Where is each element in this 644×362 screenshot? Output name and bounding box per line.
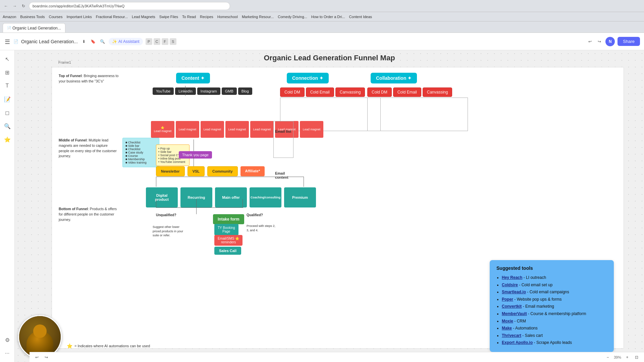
sales-call-box: Sales Call [214, 247, 241, 255]
conn-cold-email: Cold Email [306, 87, 334, 97]
active-tab[interactable]: 📄 Organic Lead Generation... [3, 23, 65, 33]
tool-link[interactable]: Moxie [502, 319, 513, 323]
platform-gmb: GMB [222, 87, 237, 95]
bookmark-lead-magnets[interactable]: Lead Magnets [132, 15, 155, 19]
bookmark-to-read[interactable]: To Read [182, 15, 196, 19]
email-content-row: Newsletter VSL Community Affiliate* [156, 166, 265, 176]
tool-link[interactable]: Smartlead.io [502, 290, 526, 294]
refresh-button[interactable]: ↻ [20, 3, 27, 9]
content-node: Content ✦ [176, 73, 210, 83]
back-button[interactable]: ← [3, 3, 9, 9]
plugin-tool[interactable]: ⚙ [1, 334, 13, 346]
tool-link[interactable]: Make [502, 326, 512, 330]
user-avatar[interactable]: N [605, 37, 615, 46]
page-title: Organic Lead Generation Funnel Map [264, 54, 395, 62]
tool-f[interactable]: F [162, 38, 168, 45]
cursor-tool[interactable]: ↖ [1, 53, 13, 65]
tool-link[interactable]: Poper [502, 297, 513, 302]
bookmark-business-tools[interactable]: Business Tools [20, 15, 45, 19]
tool-link[interactable]: Export Apollo.io [502, 340, 533, 345]
tool-membervault: MemberVault - Course & membership platfo… [502, 310, 607, 318]
collab-canvassing: Canvassing [423, 87, 452, 97]
zoom-out-btn[interactable]: − [604, 354, 611, 361]
zoom-in-btn[interactable]: + [624, 354, 631, 361]
bottom-bar: ↩ ↪ − 39% + ⊡ [30, 352, 644, 362]
qual-connector [156, 207, 243, 208]
collab-cold-email: Cold Email [393, 87, 421, 97]
bottom-of-funnel-label: Bottom of Funnel: Products & offers for … [59, 206, 119, 222]
bookmark-marketing[interactable]: Marketing Resour... [242, 15, 274, 19]
download-btn[interactable]: ⬇ [80, 38, 87, 45]
email-sms-box: Email/SMS ⭐reminders [214, 235, 243, 246]
main-canvas[interactable]: Organic Lead Generation Funnel Map Frame… [15, 50, 644, 362]
proceed-text: Proceed with steps 2, 3, and 4. [247, 224, 277, 232]
lead-magnets-row: ⭐Lead magnet Lead magnet Lead magnet Lea… [151, 121, 323, 138]
bookmark-how-to-order[interactable]: How to Order a Dri... [311, 15, 345, 19]
tab-title: Organic Lead Generation... [12, 26, 61, 31]
premium-box: Premium [284, 187, 316, 207]
tool-link[interactable]: Hey Reach [502, 275, 522, 280]
content-box: Content ✦ [176, 73, 210, 83]
tool-c[interactable]: C [154, 38, 160, 45]
connection-node: Connection ✦ [287, 73, 329, 83]
ec-right-connector [304, 177, 304, 187]
frame-tool[interactable]: ⊞ [1, 66, 13, 78]
bookmark-recipes[interactable]: Recipes [200, 15, 213, 19]
tool-smartlead: Smartlead.io - Cold email campaigns [502, 289, 607, 296]
middle-of-funnel-label: Middle of Funnel: Multiple lead magnets … [59, 138, 119, 159]
tool-link[interactable]: MemberVault [502, 311, 527, 316]
tools-title: Suggested tools [496, 265, 607, 271]
bookmark-fractional[interactable]: Fractional Resour... [96, 15, 128, 19]
tool-link[interactable]: Thrivecart [502, 333, 521, 338]
zoom-level-label: 39% [614, 355, 621, 359]
search-btn[interactable]: 🔍 [99, 38, 106, 45]
thank-you-page: Thank you page [179, 151, 212, 159]
lead-magnet-3: Lead magnet [201, 121, 224, 138]
bookmark-homeschool[interactable]: Homeschool [217, 15, 238, 19]
tool-p[interactable]: P [146, 38, 152, 45]
ty-booking-box: TY BookingPage [214, 224, 238, 235]
tool-link[interactable]: Coldsire [502, 283, 518, 287]
redo-bottom[interactable]: ↪ [43, 354, 50, 361]
star-tool[interactable]: ⭐ [1, 133, 13, 145]
tool-link[interactable]: Convertkit [502, 304, 522, 309]
forward-button[interactable]: → [11, 3, 18, 9]
tool-hey-reach: Hey Reach - LI outreach [502, 274, 607, 282]
bookmark-content-ideas[interactable]: Content Ideas [349, 15, 372, 19]
tools-list: Hey Reach - LI outreach Coldsire - Cold … [496, 274, 607, 347]
affiliate-box: Affiliate* [240, 166, 265, 176]
fit-btn[interactable]: ⊡ [633, 354, 640, 361]
doc-title[interactable]: Organic Lead Generation... [21, 39, 78, 44]
bookmark-courses[interactable]: Courses [49, 15, 63, 19]
bookmark-comedy-driving[interactable]: Comedy Driving... [278, 15, 307, 19]
toolbar-right: ↩ ↪ N Share [587, 37, 640, 46]
sidebar-toggle[interactable]: ☰ [4, 38, 11, 45]
tool-s[interactable]: S [170, 38, 176, 45]
url-bar[interactable]: boardmix.com/app/editor/2aEJy3KATwRvk3Tm… [29, 2, 230, 10]
text-tool[interactable]: T [1, 80, 13, 92]
search-tool[interactable]: 🔍 [1, 120, 13, 132]
history-btn[interactable]: ↩ [587, 38, 593, 45]
redo-btn[interactable]: ↪ [596, 38, 603, 45]
collaboration-node: Collaboration ✦ [371, 73, 417, 83]
undo-bottom[interactable]: ↩ [34, 354, 40, 361]
sticky-tool[interactable]: 📝 [1, 93, 13, 105]
webcam-placeholder [19, 316, 61, 358]
share-button[interactable]: Share [618, 37, 640, 46]
more-tool[interactable]: ··· [1, 347, 13, 359]
ai-assistant-btn[interactable]: ✨ AI Assistant [109, 38, 143, 45]
lead-magnet-7: Lead magnet [300, 121, 323, 138]
collaboration-methods-row: Cold DM Cold Email Canvassing [367, 87, 452, 97]
tab-bar: 📄 Organic Lead Generation... [0, 21, 644, 33]
bookmark-important-links[interactable]: Important Links [67, 15, 92, 19]
bookmark-swipe-files[interactable]: Swipe Files [159, 15, 178, 19]
bookmark-btn[interactable]: 🔖 [90, 38, 97, 45]
sales-call-node: Sales Call [214, 247, 241, 255]
lead-magnet-2: Lead magnet [176, 121, 199, 138]
tool-poper: Poper - Website pop ups & forms [502, 296, 607, 303]
digital-product-box: Digital product [146, 187, 178, 207]
bookmark-amazon[interactable]: Amazon [3, 15, 16, 19]
platforms-row: YouTube LinkedIn Instagram GMB Blog [153, 87, 252, 95]
app-toolbar: ☰ 📄 Organic Lead Generation... ⬇ 🔖 🔍 ✨ A… [0, 33, 644, 50]
shapes-tool[interactable]: ◻ [1, 107, 13, 119]
